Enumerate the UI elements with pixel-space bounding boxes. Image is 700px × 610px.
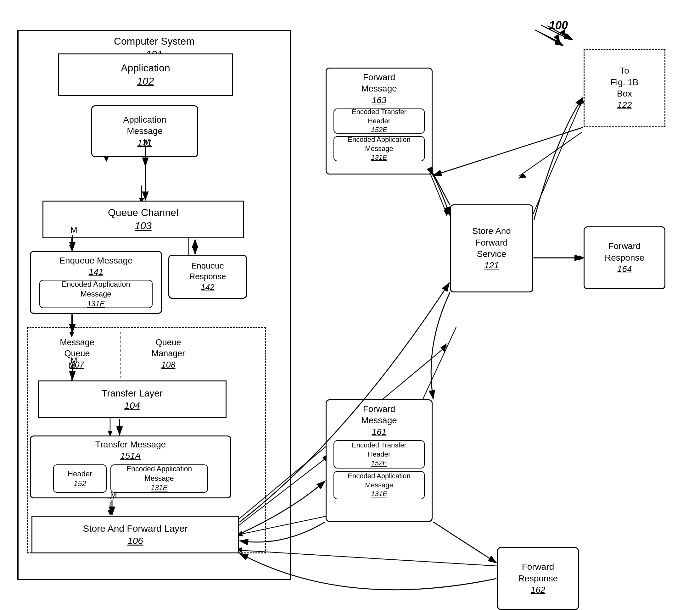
forward-msg-163-label: Forward Message xyxy=(361,72,397,95)
queue-manager-label: Queue Manager xyxy=(152,337,185,359)
svg-line-59 xyxy=(433,127,583,175)
queue-channel-box: Queue Channel 103 xyxy=(43,200,244,238)
encoded-app-msg-161-box: Encoded Application Message 131E xyxy=(333,471,425,499)
encoded-app-msg-163-num: 131E xyxy=(371,153,387,162)
figure-number: 100 xyxy=(549,19,568,32)
header-num: 152 xyxy=(74,479,86,488)
encoded-transfer-header-163-num: 152E xyxy=(371,126,387,134)
store-forward-layer-box: Store And Forward Layer 106 xyxy=(31,516,239,553)
forward-response-164-num: 164 xyxy=(617,263,632,275)
transfer-layer-num: 104 xyxy=(124,399,140,412)
computer-system-label: Computer System xyxy=(114,35,195,48)
queue-channel-num: 103 xyxy=(135,220,151,233)
encoded-app-msg-141-num: 131E xyxy=(87,299,105,308)
svg-line-37 xyxy=(418,327,456,409)
enqueue-message-num: 141 xyxy=(89,266,104,278)
transfer-message-num: 151A xyxy=(120,450,141,462)
enqueue-response-label: Enqueue Response xyxy=(189,261,226,282)
message-queue-box: Message Queue 107 xyxy=(38,333,116,374)
app-message-num: 131 xyxy=(138,137,152,148)
store-forward-layer-label: Store And Forward Layer xyxy=(83,522,188,534)
encoded-app-msg-151-box: Encoded Application Message 131E xyxy=(110,464,208,493)
svg-line-61 xyxy=(433,522,496,563)
to-fig-num: 122 xyxy=(617,99,632,111)
forward-msg-161-label: Forward Message xyxy=(361,403,397,427)
store-forward-service-box: Store And Forward Service 121 xyxy=(450,204,533,292)
encoded-app-msg-163-label: Encoded Application Message xyxy=(348,135,410,153)
forward-response-164-label: Forward Response xyxy=(605,241,644,263)
transfer-message-box: Transfer Message 151A Header 152 Encoded… xyxy=(30,435,231,498)
encoded-app-msg-163-box: Encoded Application Message 131E xyxy=(333,136,425,161)
encoded-transfer-header-161-num: 152E xyxy=(371,459,387,468)
diagram: 100 M M M M xyxy=(0,0,700,610)
enqueue-message-label: Enqueue Message xyxy=(59,255,133,266)
forward-msg-163-box: Forward Message 163 Encoded Transfer Hea… xyxy=(326,68,433,175)
queue-channel-label: Queue Channel xyxy=(108,206,178,220)
svg-line-33 xyxy=(519,132,582,176)
to-fig-label: To Fig. 1B Box xyxy=(611,65,639,99)
queue-manager-box: Queue Manager 108 xyxy=(129,333,208,374)
transfer-layer-label: Transfer Layer xyxy=(102,387,162,399)
svg-marker-30 xyxy=(444,210,449,216)
svg-marker-2 xyxy=(554,34,560,43)
encoded-app-msg-161-label: Encoded Application Message xyxy=(348,472,410,489)
enqueue-response-box: Enqueue Response 142 xyxy=(168,255,247,299)
encoded-transfer-header-161-box: Encoded Transfer Header 152E xyxy=(333,440,425,468)
queue-manager-num: 108 xyxy=(161,359,175,370)
message-queue-label: Message Queue xyxy=(60,337,94,359)
enqueue-message-box: Enqueue Message 141 Encoded Application … xyxy=(30,251,162,314)
encoded-transfer-header-161-label: Encoded Transfer Header xyxy=(352,441,406,459)
forward-msg-161-box: Forward Message 161 Encoded Transfer Hea… xyxy=(326,399,433,522)
encoded-transfer-header-163-box: Encoded Transfer Header 152E xyxy=(333,109,425,134)
svg-marker-34 xyxy=(518,173,527,179)
encoded-app-msg-151-label: Encoded Application Message xyxy=(126,464,192,483)
store-forward-layer-num: 106 xyxy=(127,534,143,547)
to-fig-box: To Fig. 1B Box 122 xyxy=(584,49,665,127)
svg-line-45 xyxy=(538,31,563,46)
header-box: Header 152 xyxy=(53,464,107,493)
store-forward-service-num: 121 xyxy=(484,260,499,271)
encoded-app-msg-141-label: Encoded Application Message xyxy=(62,279,130,299)
encoded-app-msg-141-box: Encoded Application Message 131E xyxy=(39,280,153,308)
forward-response-162-box: Forward Response 162 xyxy=(497,547,579,610)
app-message-box: Application Message 131 xyxy=(91,105,198,157)
forward-response-162-num: 162 xyxy=(531,584,546,596)
application-label: Application xyxy=(121,62,170,75)
application-num: 102 xyxy=(137,75,154,88)
enqueue-response-num: 142 xyxy=(201,282,214,293)
transfer-message-label: Transfer Message xyxy=(95,439,166,450)
store-forward-service-label: Store And Forward Service xyxy=(472,225,511,260)
forward-response-164-box: Forward Response 164 xyxy=(584,226,665,289)
application-box: Application 102 xyxy=(58,53,233,96)
svg-marker-28 xyxy=(440,343,447,352)
forward-msg-163-num: 163 xyxy=(372,95,387,106)
header-label: Header xyxy=(68,469,93,479)
app-message-label: Application Message xyxy=(123,114,167,137)
transfer-layer-box: Transfer Layer 104 xyxy=(38,381,227,418)
forward-msg-161-num: 161 xyxy=(372,427,387,438)
message-queue-num: 107 xyxy=(70,359,84,370)
encoded-app-msg-151-num: 131E xyxy=(151,483,168,493)
encoded-app-msg-161-num: 131E xyxy=(371,489,387,499)
encoded-transfer-header-163-label: Encoded Transfer Header xyxy=(352,108,406,126)
forward-response-162-label: Forward Response xyxy=(518,561,558,584)
